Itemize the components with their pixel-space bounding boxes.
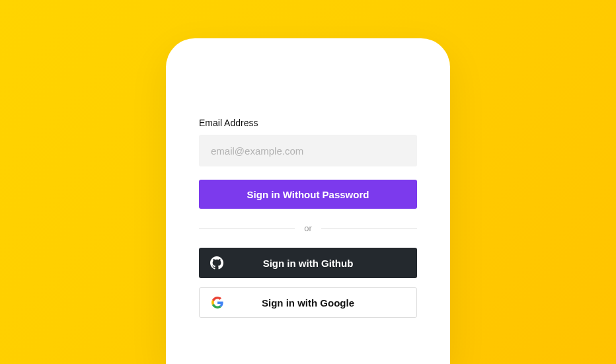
email-label: Email Address — [199, 118, 417, 128]
divider-line — [199, 228, 295, 229]
signin-card: Email Address Sign in Without Password o… — [166, 38, 450, 364]
divider-text: or — [295, 223, 321, 233]
google-button-label: Sign in with Google — [235, 297, 416, 309]
signin-google-button[interactable]: Sign in with Google — [199, 287, 417, 318]
email-input[interactable] — [199, 135, 417, 166]
google-icon — [200, 297, 235, 309]
github-icon — [199, 256, 235, 270]
signin-passwordless-button[interactable]: Sign in Without Password — [199, 180, 417, 209]
github-button-label: Sign in with Github — [235, 258, 417, 269]
signin-github-button[interactable]: Sign in with Github — [199, 248, 417, 278]
divider: or — [199, 223, 417, 233]
divider-line — [321, 228, 417, 229]
